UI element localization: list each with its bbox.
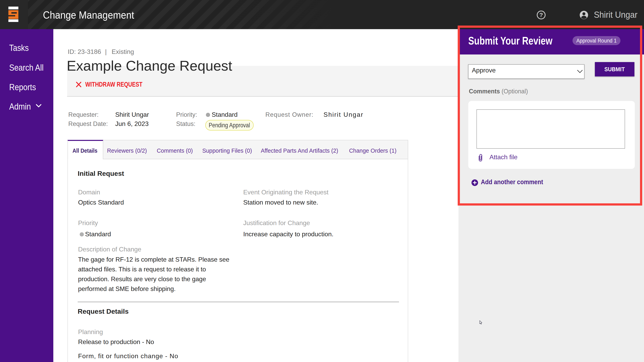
svg-text:?: ? (539, 11, 543, 18)
